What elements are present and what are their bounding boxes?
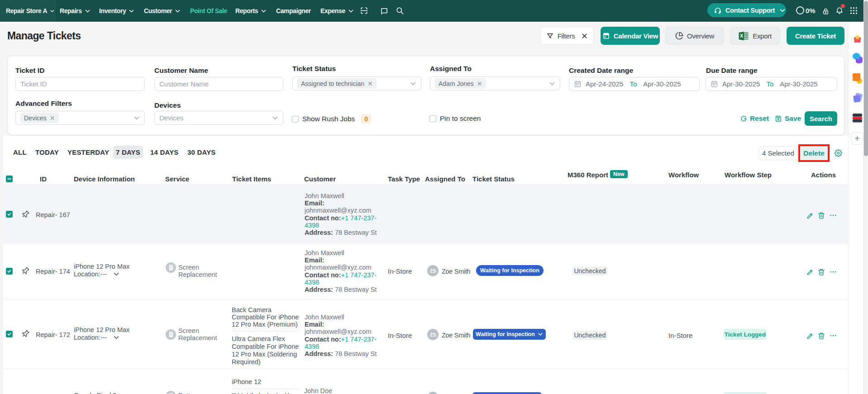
svg-text:X: X [740, 33, 743, 38]
